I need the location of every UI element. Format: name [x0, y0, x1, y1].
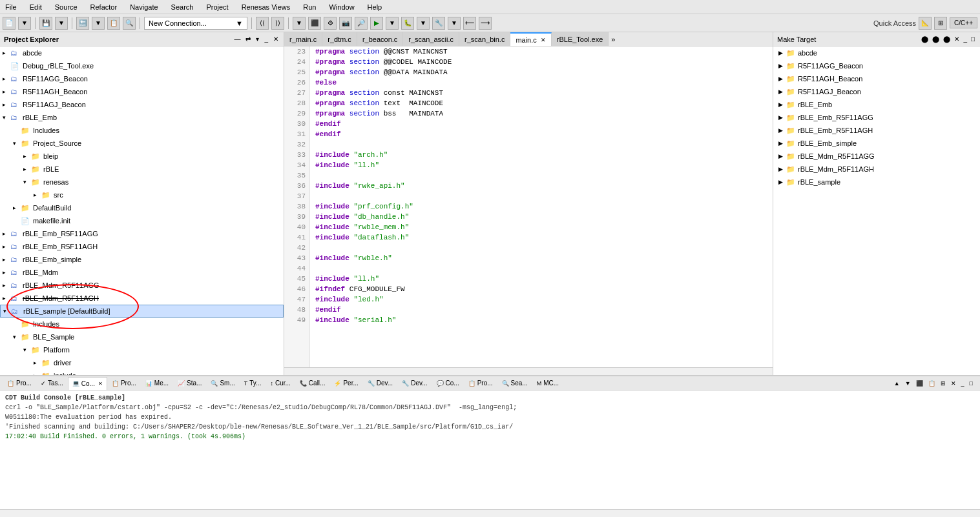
make-target-icon-2[interactable]: ⬤ — [931, 35, 941, 43]
project-explorer-close-btn[interactable]: ✕ — [272, 35, 280, 43]
menu-source[interactable]: Source — [52, 2, 80, 12]
toolbar-btn-2[interactable]: ▼ — [18, 17, 31, 30]
menu-file[interactable]: File — [3, 2, 19, 12]
toolbar-btn-6[interactable]: 📋 — [107, 17, 120, 30]
make-target-item-abcde[interactable]: ▶📁abcde — [773, 46, 980, 59]
make-target-item-rBLE_sample[interactable]: ▶📁rBLE_sample — [773, 176, 980, 188]
project-explorer-minimize-win-btn[interactable]: _ — [263, 35, 269, 43]
tree-item-rble_mdm_r5f11agg[interactable]: ▸🗂rBLE_Mdm_R5F11AGG — [0, 279, 284, 292]
tree-item-ble_sample[interactable]: ▾📁BLE_Sample — [0, 330, 284, 343]
bottom-tab-Pro[interactable]: 📋Pro... — [3, 377, 36, 390]
tree-arrow-defaultbuild[interactable]: ▸ — [13, 205, 21, 211]
bottom-btn-1[interactable]: ▲ — [892, 380, 902, 387]
toolbar-btn-7[interactable]: 🔍 — [123, 17, 136, 30]
make-target-maximize-btn[interactable]: □ — [970, 35, 976, 43]
menu-navigate[interactable]: Navigate — [127, 2, 160, 12]
project-explorer-menu-btn[interactable]: ▾ — [255, 35, 260, 43]
connection-dropdown[interactable]: New Connection... ▼ — [144, 17, 247, 30]
tree-item-include_folder[interactable]: ▸📁include — [0, 369, 284, 375]
toolbar-btn-16[interactable]: ▼ — [386, 17, 399, 30]
make-target-item-R5F11AGH_Beacon[interactable]: ▶📁R5F11AGH_Beacon — [773, 72, 980, 85]
bottom-btn-3[interactable]: ⬛ — [914, 380, 925, 387]
tree-item-project_source[interactable]: ▾📁Project_Source — [0, 137, 284, 150]
toolbar-perspective-icon[interactable]: ⊞ — [934, 17, 947, 30]
bottom-maximize-btn[interactable]: □ — [968, 380, 975, 387]
toolbar-new-btn[interactable]: 📄 — [3, 17, 16, 30]
make-target-item-rBLE_Mdm_R5F11AGG[interactable]: ▶📁rBLE_Mdm_R5F11AGG — [773, 150, 980, 163]
bottom-tab-Dev[interactable]: 🔧Dev... — [397, 377, 432, 390]
bottom-btn-4[interactable]: 📋 — [926, 380, 937, 387]
open-perspective-btn[interactable]: 📐 — [919, 17, 932, 30]
tree-item-rble_mdm_r5f11agh[interactable]: ▸🗂rBLE_Mdm_R5F11AGH — [0, 292, 284, 305]
editor-tab-rble_tool[interactable]: rBLE_Tool.exe — [552, 32, 609, 46]
bottom-tab-Per[interactable]: ⚡Per... — [329, 377, 362, 390]
menu-refactor[interactable]: Refactor — [88, 2, 120, 12]
tree-arrow-abcde[interactable]: ▸ — [3, 50, 10, 56]
toolbar-btn-14[interactable]: 🔎 — [355, 17, 368, 30]
menu-project[interactable]: Project — [203, 2, 231, 12]
tree-arrow-project_source[interactable]: ▾ — [13, 140, 21, 147]
menu-edit[interactable]: Edit — [27, 2, 45, 12]
tree-item-rble_emb[interactable]: ▾🗂rBLE_Emb — [0, 111, 284, 124]
tree-arrow-rble_folder[interactable]: ▸ — [23, 166, 31, 172]
make-target-item-rBLE_Emb_R5F11AGH[interactable]: ▶📁rBLE_Emb_R5F11AGH — [773, 124, 980, 137]
tree-arrow-rble_sample[interactable]: ▾ — [3, 308, 11, 314]
make-target-icon-3[interactable]: ⬤ — [942, 35, 952, 43]
tree-arrow-rble_emb_r5f11agg[interactable]: ▸ — [3, 230, 10, 237]
make-target-icon-1[interactable]: ⬤ — [920, 35, 930, 43]
bottom-tab-close[interactable]: ✕ — [98, 381, 103, 387]
make-target-item-R5F11AGG_Beacon[interactable]: ▶📁R5F11AGG_Beacon — [773, 59, 980, 72]
bottom-scroll[interactable] — [0, 509, 980, 517]
tree-item-rble_folder[interactable]: ▸📁rBLE — [0, 163, 284, 176]
bottom-tab-Co[interactable]: 💻Co...✕ — [68, 377, 107, 390]
project-explorer-sync-btn[interactable]: ⇄ — [244, 35, 252, 43]
tree-arrow-src[interactable]: ▸ — [34, 192, 41, 198]
tree-item-defaultbuild[interactable]: ▸📁DefaultBuild — [0, 201, 284, 214]
make-target-item-rBLE_Mdm_R5F11AGH[interactable]: ▶📁rBLE_Mdm_R5F11AGH — [773, 163, 980, 176]
tree-arrow-rble_mdm_r5f11agg[interactable]: ▸ — [3, 282, 10, 289]
make-target-item-rBLE_Emb_simple[interactable]: ▶📁rBLE_Emb_simple — [773, 137, 980, 150]
tree-arrow-rble_mdm_r5f11agh[interactable]: ▸ — [3, 295, 10, 301]
toolbar-btn-19[interactable]: 🔧 — [432, 17, 445, 30]
editor-tab-r_main[interactable]: r_main.c — [284, 32, 322, 46]
toolbar-btn-12[interactable]: ⚙ — [324, 17, 337, 30]
tree-item-r5f11agj_beacon[interactable]: ▸🗂R5F11AGJ_Beacon — [0, 98, 284, 111]
tree-arrow-rble_mdm[interactable]: ▸ — [3, 269, 10, 276]
toolbar-run-btn[interactable]: ▶ — [370, 17, 383, 30]
tree-item-includes1[interactable]: 📁Includes — [0, 124, 284, 137]
make-target-item-rBLE_Emb[interactable]: ▶📁rBLE_Emb — [773, 98, 980, 111]
tree-item-driver[interactable]: ▸📁driver — [0, 356, 284, 369]
tree-item-bleip[interactable]: ▸📁bleip — [0, 150, 284, 163]
tree-item-includes2[interactable]: 📁Includes — [0, 318, 284, 330]
bottom-tab-Ty[interactable]: TTy... — [240, 377, 266, 390]
toolbar-btn-22[interactable]: ⟶ — [479, 17, 492, 30]
make-target-icon-4[interactable]: ✕ — [953, 35, 961, 43]
toolbar-btn-13[interactable]: 📷 — [339, 17, 352, 30]
tree-item-rble_mdm[interactable]: ▸🗂rBLE_Mdm — [0, 266, 284, 279]
toolbar-btn-11[interactable]: ⬛ — [308, 17, 321, 30]
toolbar-btn-8[interactable]: ⟨⟨ — [256, 17, 269, 30]
tree-item-abcde[interactable]: ▸🗂abcde — [0, 46, 284, 59]
toolbar-save-btn[interactable]: 💾 — [39, 17, 52, 30]
bottom-tab-Sea[interactable]: 🔍Sea... — [497, 377, 532, 390]
bottom-tab-Sta[interactable]: 📈Sta... — [173, 377, 206, 390]
toolbar-btn-5[interactable]: ▼ — [92, 17, 105, 30]
editor-tab-r_scan_bin[interactable]: r_scan_bin.c — [459, 32, 510, 46]
bottom-tab-Call[interactable]: 📞Call... — [295, 377, 330, 390]
toolbar-btn-9[interactable]: ⟩⟩ — [271, 17, 284, 30]
make-target-minimize-btn[interactable]: _ — [962, 35, 968, 43]
bottom-tab-Dev[interactable]: 🔧Dev... — [363, 377, 397, 390]
menu-window[interactable]: Window — [326, 2, 357, 12]
tree-arrow-driver[interactable]: ▸ — [34, 360, 41, 366]
bottom-tab-Pro[interactable]: 📋Pro... — [107, 377, 141, 390]
tree-item-r5f11agh_beacon[interactable]: ▸🗂R5F11AGH_Beacon — [0, 85, 284, 98]
bottom-btn-2[interactable]: ▼ — [903, 380, 913, 387]
bottom-tab-Me[interactable]: 📊Me... — [141, 377, 173, 390]
editor-tab-main_c[interactable]: main.c✕ — [510, 32, 551, 46]
editor-tab-r_dtm[interactable]: r_dtm.c — [322, 32, 357, 46]
tree-item-r5f11agg_beacon[interactable]: ▸🗂R5F11AGG_Beacon — [0, 72, 284, 85]
menu-search[interactable]: Search — [169, 2, 196, 12]
tree-arrow-ble_sample[interactable]: ▾ — [13, 334, 21, 340]
menu-help[interactable]: Help — [365, 2, 385, 12]
bottom-tab-Cur[interactable]: ↕Cur... — [266, 377, 295, 390]
